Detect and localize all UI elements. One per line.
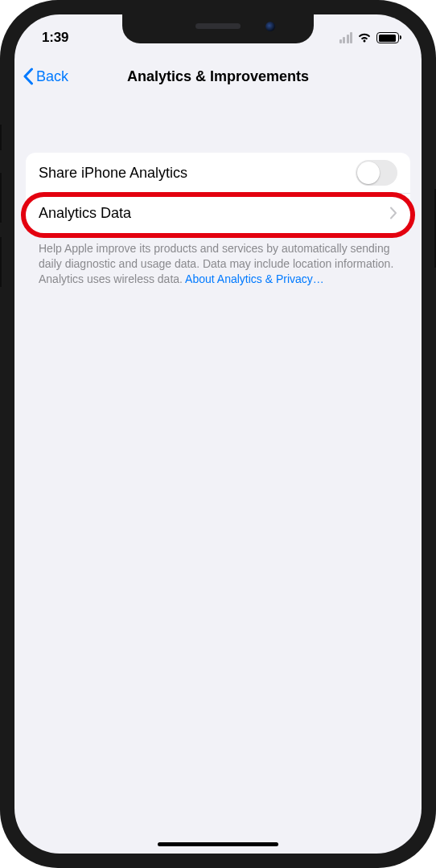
chevron-left-icon bbox=[23, 68, 34, 85]
phone-frame: 1:39 Back Analytics & Improvements bbox=[0, 0, 436, 868]
settings-group: Share iPhone Analytics Analytics Data bbox=[26, 153, 410, 233]
status-icons bbox=[339, 32, 400, 43]
navigation-bar: Back Analytics & Improvements bbox=[14, 58, 422, 95]
volume-down-button bbox=[0, 237, 2, 287]
front-camera bbox=[265, 22, 275, 31]
battery-icon bbox=[376, 32, 399, 43]
analytics-data-row[interactable]: Analytics Data bbox=[26, 193, 410, 233]
home-indicator[interactable] bbox=[158, 842, 278, 846]
back-label: Back bbox=[36, 68, 68, 85]
status-time: 1:39 bbox=[42, 30, 68, 46]
notch bbox=[122, 14, 314, 43]
chevron-right-icon bbox=[389, 207, 397, 219]
share-analytics-toggle[interactable] bbox=[356, 160, 397, 186]
about-analytics-link[interactable]: About Analytics & Privacy… bbox=[185, 272, 324, 285]
speaker-grille bbox=[195, 23, 241, 29]
volume-up-button bbox=[0, 173, 2, 223]
share-analytics-row[interactable]: Share iPhone Analytics bbox=[26, 153, 410, 193]
page-title: Analytics & Improvements bbox=[127, 68, 309, 85]
wifi-icon bbox=[357, 32, 372, 43]
analytics-data-label: Analytics Data bbox=[39, 205, 131, 222]
mute-switch bbox=[0, 125, 2, 150]
share-analytics-label: Share iPhone Analytics bbox=[39, 165, 187, 182]
footer-note: Help Apple improve its products and serv… bbox=[39, 241, 397, 287]
content-area: Share iPhone Analytics Analytics Data He… bbox=[14, 95, 422, 287]
cellular-signal-icon bbox=[339, 32, 353, 43]
screen: 1:39 Back Analytics & Improvements bbox=[14, 14, 422, 854]
toggle-knob bbox=[357, 162, 380, 184]
back-button[interactable]: Back bbox=[23, 68, 68, 85]
